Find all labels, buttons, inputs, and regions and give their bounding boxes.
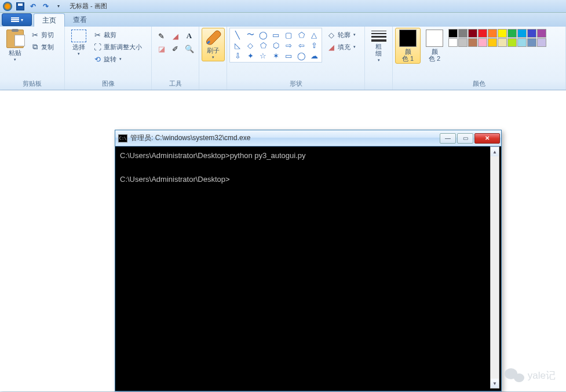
copy-button[interactable]: ⧉ 复制 (29, 41, 55, 53)
stroke-icon (370, 30, 388, 42)
callout-rect-shape[interactable]: ▭ (282, 50, 295, 61)
paste-button[interactable]: 粘贴 ▾ (2, 28, 28, 64)
rotate-icon: ⟲ (93, 54, 102, 64)
color-swatch[interactable] (498, 29, 507, 38)
pentagon-shape[interactable]: ⬠ (257, 40, 269, 50)
callout-oval-shape[interactable]: ◯ (295, 50, 308, 61)
color-swatch[interactable] (448, 29, 458, 38)
picker-tool[interactable]: ✐ (169, 43, 182, 54)
shape-fill-button[interactable]: ◢ 填充 ▾ (326, 41, 357, 53)
text-icon: A (187, 31, 192, 41)
tab-view[interactable]: 查看 (65, 13, 95, 27)
cmd-title-bar[interactable]: C:\ 管理员: C:\windows\system32\cmd.exe — ▭… (115, 130, 501, 146)
hexagon-shape[interactable]: ⬡ (269, 40, 282, 50)
cmd-window[interactable]: C:\ 管理员: C:\windows\system32\cmd.exe — ▭… (115, 130, 502, 391)
qat-dropdown[interactable]: ▾ (53, 1, 64, 12)
star4-shape[interactable]: ✦ (244, 50, 257, 61)
polygon-shape[interactable]: ⬠ (295, 30, 308, 40)
cmd-maximize-button[interactable]: ▭ (457, 133, 473, 144)
brush-icon (205, 30, 222, 46)
color1-swatch (399, 30, 417, 47)
color-swatch[interactable] (468, 29, 477, 38)
color-swatch[interactable] (498, 38, 507, 47)
color2-swatch (426, 30, 443, 47)
group-image: 选择 ▾ ✂ 裁剪 ⛶ 重新调整大小 ⟲ 旋转 ▾ 图像 (65, 27, 152, 90)
color1-button[interactable]: 颜 色 1 (395, 28, 421, 64)
color-swatch[interactable] (488, 38, 497, 47)
color-swatch[interactable] (537, 29, 546, 38)
star6-shape[interactable]: ✶ (269, 50, 282, 61)
quick-access-toolbar: ↶ ↷ ▾ (0, 1, 66, 12)
color-swatch[interactable] (448, 38, 458, 47)
brush-button[interactable]: 刷子 ▾ (202, 28, 225, 61)
color2-button[interactable]: 颜 色 2 (422, 28, 447, 64)
scroll-up-button[interactable]: ▲ (491, 147, 499, 156)
crop-button[interactable]: ✂ 裁剪 (92, 29, 143, 41)
watermark: yale记 (505, 367, 556, 383)
fill-tool[interactable]: ◢ (169, 30, 182, 42)
cmd-line-2: C:\Users\Administrator\Desktop> (120, 175, 230, 184)
app-icon[interactable] (2, 1, 13, 12)
select-button[interactable]: 选择 ▾ (67, 28, 90, 58)
resize-button[interactable]: ⛶ 重新调整大小 (92, 41, 143, 53)
color-swatch[interactable] (507, 38, 517, 47)
rtriangle-shape[interactable]: ◺ (231, 40, 244, 50)
eraser-tool[interactable]: ◪ (155, 43, 168, 54)
triangle-shape[interactable]: △ (308, 30, 320, 40)
rect-shape[interactable]: ▭ (269, 30, 282, 40)
group-colors: 颜 色 1 颜 色 2 颜色 (393, 27, 566, 90)
cmd-close-button[interactable]: ✕ (474, 133, 500, 144)
curve-shape[interactable]: 〜 (244, 30, 257, 40)
color-swatch[interactable] (468, 38, 477, 47)
line-shape[interactable]: ╲ (231, 30, 244, 40)
cut-button[interactable]: ✂ 剪切 (29, 29, 55, 41)
callout-cloud-shape[interactable]: ☁ (308, 50, 320, 61)
group-tools: ✎ ◢ A ◪ ✐ 🔍 工具 (152, 27, 199, 90)
shape-outline-button[interactable]: ◇ 轮廓 ▾ (326, 29, 357, 41)
group-shapes: ╲ 〜 ◯ ▭ ▢ ⬠ △ ◺ ◇ ⬠ ⬡ ⇨ ⇦ ⇧ ⇩ ✦ ☆ ✶ ▭ ◯ (227, 27, 365, 90)
color-swatch[interactable] (527, 38, 536, 47)
cmd-icon: C:\ (118, 134, 127, 142)
rarrow-shape[interactable]: ⇨ (282, 40, 295, 50)
color-swatch[interactable] (537, 38, 546, 47)
color-swatch[interactable] (517, 38, 527, 47)
file-menu-button[interactable]: ▾ (2, 13, 32, 26)
group-stroke: 粗 细 ▾ (365, 27, 393, 90)
pencil-tool[interactable]: ✎ (155, 30, 168, 42)
color-swatch[interactable] (478, 38, 487, 47)
color-swatch[interactable] (517, 29, 527, 38)
crop-icon: ✂ (93, 30, 102, 39)
color-swatch[interactable] (527, 29, 536, 38)
color-swatch[interactable] (488, 29, 497, 38)
paste-icon (6, 30, 24, 48)
diamond-shape[interactable]: ◇ (244, 40, 257, 50)
roundrect-shape[interactable]: ▢ (282, 30, 295, 40)
star5-shape[interactable]: ☆ (257, 50, 269, 61)
color-swatch[interactable] (478, 29, 487, 38)
resize-icon: ⛶ (93, 42, 102, 52)
color-swatch[interactable] (458, 38, 468, 47)
group-brush: 刷子 ▾ (199, 27, 227, 90)
darrow-shape[interactable]: ⇩ (231, 50, 244, 61)
text-tool[interactable]: A (183, 30, 196, 42)
save-button[interactable] (15, 1, 25, 12)
color-swatch[interactable] (507, 29, 517, 38)
shapes-gallery[interactable]: ╲ 〜 ◯ ▭ ▢ ⬠ △ ◺ ◇ ⬠ ⬡ ⇨ ⇦ ⇧ ⇩ ✦ ☆ ✶ ▭ ◯ (229, 28, 322, 63)
tab-home[interactable]: 主页 (34, 13, 65, 27)
larrow-shape[interactable]: ⇦ (295, 40, 308, 50)
select-icon (71, 30, 86, 42)
color-swatch[interactable] (458, 29, 468, 38)
undo-button[interactable]: ↶ (28, 1, 38, 12)
uarrow-shape[interactable]: ⇧ (308, 40, 320, 50)
stroke-button[interactable]: 粗 细 ▾ (367, 28, 390, 64)
copy-icon: ⧉ (30, 42, 39, 52)
scroll-down-button[interactable]: ▼ (491, 379, 499, 388)
cmd-minimize-button[interactable]: — (440, 133, 456, 144)
cmd-terminal[interactable]: C:\Users\Administrator\Desktop>python py… (118, 146, 490, 389)
rotate-button[interactable]: ⟲ 旋转 ▾ (92, 53, 143, 65)
cmd-scrollbar[interactable]: ▲ ▼ (490, 146, 499, 389)
magnifier-tool[interactable]: 🔍 (183, 43, 196, 54)
redo-button[interactable]: ↷ (41, 1, 51, 12)
ribbon-tabs: ▾ 主页 查看 (0, 13, 566, 27)
oval-shape[interactable]: ◯ (257, 30, 269, 40)
